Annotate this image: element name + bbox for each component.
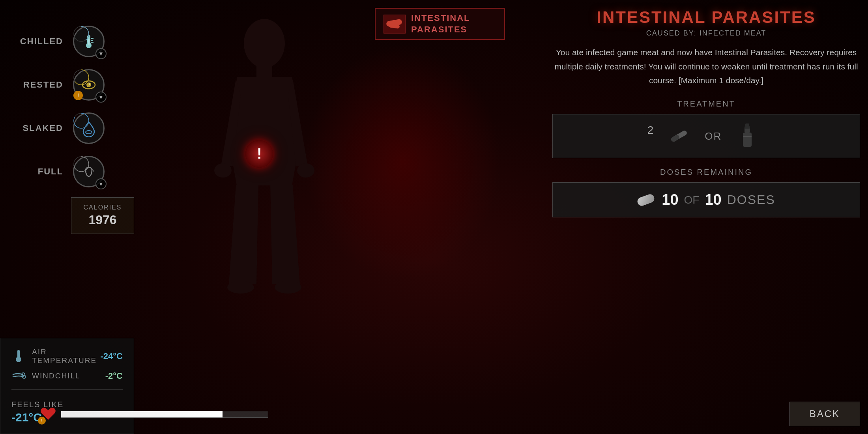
slaked-icon <box>71 110 107 146</box>
rested-ring <box>73 69 90 86</box>
ailment-symbol: ! <box>257 146 262 162</box>
slaked-label: SLAKED <box>8 123 63 133</box>
svg-rect-31 <box>743 133 752 147</box>
ailment-header: INTESTINAL PARASITES CAUSED BY: INFECTED… <box>552 8 860 37</box>
health-bar-fill <box>61 411 223 417</box>
windchill-row: WINDCHILL -2°C <box>11 369 123 383</box>
wind-icon <box>11 369 26 383</box>
chilled-ring <box>73 25 90 43</box>
doses-current: 10 <box>662 191 678 208</box>
svg-point-22 <box>244 19 285 68</box>
rested-icon: ▼ ! <box>71 67 107 103</box>
svg-point-19 <box>16 357 21 362</box>
ailment-description: You ate infected game meat and now have … <box>552 45 860 88</box>
condition-pill[interactable]: INTESTINAL PARASITES <box>375 8 505 40</box>
air-temp-value: -24°C <box>101 351 123 361</box>
windchill-label: WINDCHILL <box>32 372 105 380</box>
ailment-title: INTESTINAL PARASITES <box>552 8 860 27</box>
treatment-item1-icon <box>665 122 693 150</box>
calories-label: CALORIES <box>81 204 124 211</box>
calories-box: CALORIES 1976 <box>71 197 134 234</box>
center-panel: ! <box>134 0 395 434</box>
ailment-indicator[interactable]: ! <box>245 140 273 168</box>
health-bar-background <box>61 411 268 418</box>
slaked-ring <box>73 112 90 129</box>
air-temp-row: AIR TEMPERATURE -24°C <box>11 348 123 365</box>
body-silhouette-container: ! <box>201 16 327 316</box>
full-label: FULL <box>8 166 63 177</box>
ailment-cause: CAUSED BY: INFECTED MEAT <box>552 29 860 37</box>
health-icon: ! <box>39 406 57 423</box>
status-slaked: SLAKED <box>8 110 126 146</box>
full-arrow: ▼ <box>95 178 107 189</box>
chilled-arrow: ▼ <box>95 48 107 59</box>
status-rested: RESTED ▼ ! <box>8 67 126 103</box>
health-warning-badge: ! <box>38 417 46 425</box>
parasite-icon <box>385 19 404 30</box>
svg-point-27 <box>275 281 301 294</box>
doses-total: 10 <box>705 191 721 208</box>
temp-divider <box>11 389 123 390</box>
chilled-label: CHILLED <box>8 36 63 47</box>
svg-point-24 <box>214 163 232 178</box>
windchill-value: -2°C <box>105 371 123 381</box>
calories-value: 1976 <box>81 213 124 227</box>
doses-of: OF <box>684 194 700 206</box>
svg-rect-23 <box>256 66 272 78</box>
doses-section: DOSES REMAINING 10 OF 10 DOSES <box>552 168 860 217</box>
svg-point-13 <box>86 131 92 134</box>
doses-suffix: DOSES <box>727 193 775 207</box>
svg-point-25 <box>297 163 314 178</box>
status-full: FULL ▼ <box>8 154 126 189</box>
condition-badge-area: INTESTINAL PARASITES <box>375 8 505 40</box>
rested-label: RESTED <box>8 80 63 90</box>
svg-point-26 <box>227 281 254 294</box>
doses-box: 10 OF 10 DOSES <box>552 182 860 217</box>
treatment-box: 2 OR <box>552 114 860 158</box>
doses-remaining-label: DOSES REMAINING <box>552 168 860 177</box>
rested-warning: ! <box>73 91 83 100</box>
right-panel: INTESTINAL PARASITES CAUSED BY: INFECTED… <box>552 8 860 217</box>
treatment-section: TREATMENT 2 OR <box>552 99 860 158</box>
treatment-or: OR <box>705 130 722 142</box>
condition-pill-icon <box>383 15 406 34</box>
chilled-icon: ▼ <box>71 24 107 59</box>
full-ring <box>73 155 90 173</box>
status-chilled: CHILLED ▼ <box>8 24 126 59</box>
thermometer-small-icon <box>11 349 26 363</box>
dose-pill-icon <box>636 193 656 207</box>
back-button[interactable]: BACK <box>789 402 860 426</box>
svg-rect-33 <box>745 123 749 127</box>
full-icon: ▼ <box>71 154 107 189</box>
condition-pill-label: INTESTINAL PARASITES <box>411 13 470 35</box>
rested-arrow: ▼ <box>95 92 107 103</box>
air-temp-label: AIR TEMPERATURE <box>32 348 101 365</box>
treatment-item2-icon <box>733 122 761 150</box>
treatment-item-count: 2 <box>647 122 654 137</box>
treatment-label: TREATMENT <box>552 99 860 108</box>
